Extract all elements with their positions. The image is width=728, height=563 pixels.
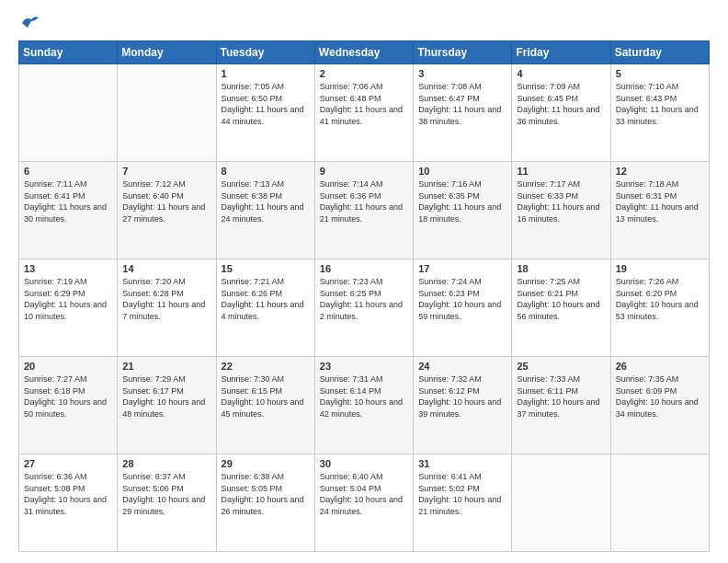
calendar-day-cell: 9Sunrise: 7:14 AMSunset: 6:36 PMDaylight… xyxy=(314,162,413,259)
day-of-week-header: Wednesday xyxy=(314,41,413,64)
day-info: Sunrise: 7:35 AMSunset: 6:09 PMDaylight:… xyxy=(616,373,704,419)
day-info: Sunrise: 7:19 AMSunset: 6:29 PMDaylight:… xyxy=(24,276,112,322)
day-info: Sunrise: 6:40 AMSunset: 5:04 PMDaylight:… xyxy=(320,471,408,517)
calendar-day-cell xyxy=(19,64,118,162)
calendar-day-cell xyxy=(118,64,216,162)
day-info: Sunrise: 7:21 AMSunset: 6:26 PMDaylight:… xyxy=(222,276,310,322)
calendar-day-cell: 23Sunrise: 7:31 AMSunset: 6:14 PMDayligh… xyxy=(314,357,413,454)
day-number: 2 xyxy=(320,68,408,79)
day-number: 13 xyxy=(24,263,112,274)
day-info: Sunrise: 7:31 AMSunset: 6:14 PMDaylight:… xyxy=(320,373,408,419)
calendar-day-cell: 3Sunrise: 7:08 AMSunset: 6:47 PMDaylight… xyxy=(414,64,512,162)
day-info: Sunrise: 7:30 AMSunset: 6:15 PMDaylight:… xyxy=(222,373,310,419)
day-number: 12 xyxy=(616,166,704,177)
day-number: 19 xyxy=(616,263,704,274)
header xyxy=(18,15,710,31)
calendar-day-cell: 2Sunrise: 7:06 AMSunset: 6:48 PMDaylight… xyxy=(314,64,413,162)
day-info: Sunrise: 7:17 AMSunset: 6:33 PMDaylight:… xyxy=(517,178,605,224)
day-info: Sunrise: 7:11 AMSunset: 6:41 PMDaylight:… xyxy=(24,178,112,224)
calendar-day-cell: 8Sunrise: 7:13 AMSunset: 6:38 PMDaylight… xyxy=(216,162,314,259)
logo xyxy=(18,15,40,31)
calendar-day-cell: 31Sunrise: 6:41 AMSunset: 5:02 PMDayligh… xyxy=(414,454,512,552)
calendar-week-row: 1Sunrise: 7:05 AMSunset: 6:50 PMDaylight… xyxy=(19,64,710,162)
calendar-day-cell: 29Sunrise: 6:38 AMSunset: 5:05 PMDayligh… xyxy=(216,454,314,552)
day-info: Sunrise: 7:23 AMSunset: 6:25 PMDaylight:… xyxy=(320,276,408,322)
day-info: Sunrise: 7:26 AMSunset: 6:20 PMDaylight:… xyxy=(616,276,704,322)
calendar-day-cell: 7Sunrise: 7:12 AMSunset: 6:40 PMDaylight… xyxy=(118,162,216,259)
day-number: 20 xyxy=(24,361,112,372)
day-number: 28 xyxy=(122,458,210,469)
calendar-header-row: SundayMondayTuesdayWednesdayThursdayFrid… xyxy=(19,41,710,64)
day-number: 18 xyxy=(517,263,605,274)
day-number: 23 xyxy=(320,361,408,372)
page: SundayMondayTuesdayWednesdayThursdayFrid… xyxy=(0,0,728,563)
day-info: Sunrise: 7:24 AMSunset: 6:23 PMDaylight:… xyxy=(418,276,506,322)
day-info: Sunrise: 7:16 AMSunset: 6:35 PMDaylight:… xyxy=(418,178,506,224)
calendar-day-cell: 17Sunrise: 7:24 AMSunset: 6:23 PMDayligh… xyxy=(414,259,512,357)
day-number: 27 xyxy=(24,458,112,469)
day-number: 15 xyxy=(222,263,310,274)
calendar-day-cell: 14Sunrise: 7:20 AMSunset: 6:28 PMDayligh… xyxy=(118,259,216,357)
day-info: Sunrise: 7:20 AMSunset: 6:28 PMDaylight:… xyxy=(122,276,210,322)
day-number: 30 xyxy=(320,458,408,469)
calendar-day-cell: 13Sunrise: 7:19 AMSunset: 6:29 PMDayligh… xyxy=(19,259,118,357)
calendar-day-cell xyxy=(610,454,709,552)
day-of-week-header: Sunday xyxy=(19,41,118,64)
calendar-day-cell: 15Sunrise: 7:21 AMSunset: 6:26 PMDayligh… xyxy=(216,259,314,357)
day-number: 4 xyxy=(517,68,605,79)
calendar-day-cell: 19Sunrise: 7:26 AMSunset: 6:20 PMDayligh… xyxy=(610,259,709,357)
day-info: Sunrise: 7:14 AMSunset: 6:36 PMDaylight:… xyxy=(320,178,408,224)
calendar-day-cell: 1Sunrise: 7:05 AMSunset: 6:50 PMDaylight… xyxy=(216,64,314,162)
day-number: 9 xyxy=(320,166,408,177)
calendar-week-row: 13Sunrise: 7:19 AMSunset: 6:29 PMDayligh… xyxy=(19,259,710,357)
day-number: 26 xyxy=(616,361,704,372)
calendar: SundayMondayTuesdayWednesdayThursdayFrid… xyxy=(18,40,710,552)
calendar-day-cell: 27Sunrise: 6:36 AMSunset: 5:08 PMDayligh… xyxy=(19,454,118,552)
day-number: 8 xyxy=(222,166,310,177)
day-of-week-header: Tuesday xyxy=(216,41,314,64)
day-number: 7 xyxy=(122,166,210,177)
calendar-day-cell: 26Sunrise: 7:35 AMSunset: 6:09 PMDayligh… xyxy=(610,357,709,454)
day-number: 24 xyxy=(418,361,506,372)
day-number: 5 xyxy=(616,68,704,79)
day-of-week-header: Monday xyxy=(118,41,216,64)
logo-bird-icon xyxy=(20,15,40,31)
day-number: 16 xyxy=(320,263,408,274)
calendar-day-cell: 24Sunrise: 7:32 AMSunset: 6:12 PMDayligh… xyxy=(414,357,512,454)
day-number: 6 xyxy=(24,166,112,177)
calendar-day-cell: 28Sunrise: 6:37 AMSunset: 5:06 PMDayligh… xyxy=(118,454,216,552)
day-info: Sunrise: 7:32 AMSunset: 6:12 PMDaylight:… xyxy=(418,373,506,419)
calendar-week-row: 6Sunrise: 7:11 AMSunset: 6:41 PMDaylight… xyxy=(19,162,710,259)
day-of-week-header: Thursday xyxy=(414,41,512,64)
day-number: 11 xyxy=(517,166,605,177)
calendar-day-cell: 12Sunrise: 7:18 AMSunset: 6:31 PMDayligh… xyxy=(610,162,709,259)
day-info: Sunrise: 7:25 AMSunset: 6:21 PMDaylight:… xyxy=(517,276,605,322)
calendar-day-cell: 5Sunrise: 7:10 AMSunset: 6:43 PMDaylight… xyxy=(610,64,709,162)
calendar-day-cell: 11Sunrise: 7:17 AMSunset: 6:33 PMDayligh… xyxy=(512,162,610,259)
calendar-day-cell: 22Sunrise: 7:30 AMSunset: 6:15 PMDayligh… xyxy=(216,357,314,454)
day-number: 14 xyxy=(122,263,210,274)
calendar-day-cell: 16Sunrise: 7:23 AMSunset: 6:25 PMDayligh… xyxy=(314,259,413,357)
day-info: Sunrise: 6:37 AMSunset: 5:06 PMDaylight:… xyxy=(122,471,210,517)
day-info: Sunrise: 6:41 AMSunset: 5:02 PMDaylight:… xyxy=(418,471,506,517)
day-info: Sunrise: 7:10 AMSunset: 6:43 PMDaylight:… xyxy=(616,81,704,127)
calendar-week-row: 20Sunrise: 7:27 AMSunset: 6:18 PMDayligh… xyxy=(19,357,710,454)
calendar-day-cell: 18Sunrise: 7:25 AMSunset: 6:21 PMDayligh… xyxy=(512,259,610,357)
day-info: Sunrise: 7:13 AMSunset: 6:38 PMDaylight:… xyxy=(222,178,310,224)
day-info: Sunrise: 7:05 AMSunset: 6:50 PMDaylight:… xyxy=(222,81,310,127)
day-number: 10 xyxy=(418,166,506,177)
day-info: Sunrise: 7:29 AMSunset: 6:17 PMDaylight:… xyxy=(122,373,210,419)
calendar-day-cell: 4Sunrise: 7:09 AMSunset: 6:45 PMDaylight… xyxy=(512,64,610,162)
calendar-week-row: 27Sunrise: 6:36 AMSunset: 5:08 PMDayligh… xyxy=(19,454,710,552)
day-info: Sunrise: 7:12 AMSunset: 6:40 PMDaylight:… xyxy=(122,178,210,224)
day-info: Sunrise: 6:38 AMSunset: 5:05 PMDaylight:… xyxy=(222,471,310,517)
day-info: Sunrise: 7:18 AMSunset: 6:31 PMDaylight:… xyxy=(616,178,704,224)
day-number: 1 xyxy=(222,68,310,79)
day-info: Sunrise: 6:36 AMSunset: 5:08 PMDaylight:… xyxy=(24,471,112,517)
day-of-week-header: Friday xyxy=(512,41,610,64)
day-number: 21 xyxy=(122,361,210,372)
calendar-day-cell: 6Sunrise: 7:11 AMSunset: 6:41 PMDaylight… xyxy=(19,162,118,259)
day-number: 17 xyxy=(418,263,506,274)
day-info: Sunrise: 7:06 AMSunset: 6:48 PMDaylight:… xyxy=(320,81,408,127)
calendar-day-cell: 30Sunrise: 6:40 AMSunset: 5:04 PMDayligh… xyxy=(314,454,413,552)
